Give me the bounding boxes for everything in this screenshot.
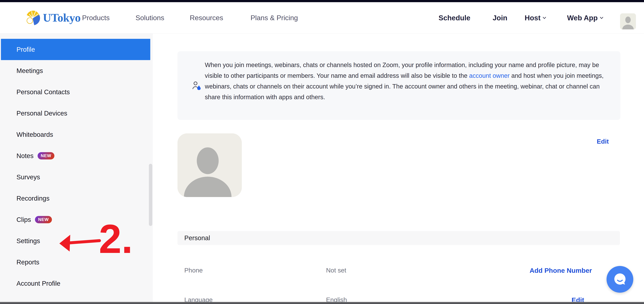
- sidebar-item-personal-contacts[interactable]: Personal Contacts: [0, 81, 152, 103]
- sidebar: Profile Meetings Personal Contacts Perso…: [0, 33, 152, 302]
- nav-resources[interactable]: Resources: [190, 14, 223, 22]
- sidebar-item-settings[interactable]: Settings: [0, 230, 152, 252]
- sidebar-item-label: Personal Contacts: [16, 88, 70, 96]
- nav-web-app[interactable]: Web App: [567, 14, 604, 22]
- sidebar-item-label: Settings: [16, 237, 40, 245]
- nav-host[interactable]: Host: [525, 14, 546, 22]
- sidebar-item-notes[interactable]: Notes NEW: [0, 145, 152, 166]
- sidebar-item-surveys[interactable]: Surveys: [0, 166, 152, 188]
- utokyo-logo-icon: [24, 9, 41, 26]
- nav-schedule[interactable]: Schedule: [438, 14, 470, 22]
- privacy-notice-text: When you join meetings, webinars, chats …: [205, 60, 604, 102]
- nav-host-label: Host: [525, 14, 540, 22]
- main-content: When you join meetings, webinars, chats …: [152, 33, 644, 302]
- sidebar-item-label: Recordings: [16, 195, 50, 202]
- privacy-notice: When you join meetings, webinars, chats …: [178, 51, 620, 120]
- chevron-down-icon: [542, 16, 546, 20]
- utokyo-logo-text: UTokyo: [43, 11, 80, 24]
- phone-value: Not set: [326, 267, 346, 274]
- sidebar-item-label: Notes: [16, 152, 34, 160]
- new-badge: NEW: [38, 152, 54, 159]
- profile-picture-placeholder[interactable]: [178, 133, 242, 197]
- sidebar-item-label: Clips: [16, 216, 31, 223]
- user-avatar[interactable]: [620, 13, 636, 29]
- utokyo-logo[interactable]: UTokyo: [24, 9, 80, 26]
- nav-products[interactable]: Products: [82, 14, 110, 22]
- nav-join[interactable]: Join: [493, 14, 508, 22]
- sidebar-item-label: Whiteboards: [16, 131, 53, 138]
- chat-widget-button[interactable]: [606, 266, 633, 293]
- nav-solutions[interactable]: Solutions: [136, 14, 164, 22]
- nav-plans-pricing[interactable]: Plans & Pricing: [250, 14, 298, 22]
- sidebar-item-label: Profile: [16, 46, 35, 53]
- chat-bubble-icon: [612, 272, 627, 287]
- sidebar-item-label: Account Profile: [16, 280, 60, 287]
- sidebar-item-reports[interactable]: Reports: [0, 252, 152, 273]
- header: UTokyo Products Solutions Resources Plan…: [0, 2, 644, 33]
- sidebar-item-meetings[interactable]: Meetings: [0, 60, 152, 81]
- sidebar-item-label: Surveys: [16, 173, 40, 181]
- new-badge: NEW: [35, 216, 52, 223]
- nav-schedule-label: Schedule: [438, 14, 470, 22]
- personal-section-title: Personal: [184, 234, 210, 242]
- sidebar-item-account-profile[interactable]: Account Profile: [0, 273, 152, 294]
- sidebar-item-label: Reports: [16, 259, 39, 266]
- top-frame-bar: [0, 0, 644, 2]
- sidebar-list: Profile Meetings Personal Contacts Perso…: [0, 39, 152, 294]
- nav-web-app-label: Web App: [567, 14, 598, 22]
- phone-row: Phone Not set Add Phone Number: [178, 267, 620, 276]
- sidebar-item-clips[interactable]: Clips NEW: [0, 209, 152, 230]
- chevron-down-icon: [600, 16, 604, 20]
- profile-edit-link[interactable]: Edit: [597, 138, 609, 145]
- zoom-profile-page: UTokyo Products Solutions Resources Plan…: [0, 0, 644, 304]
- sidebar-item-personal-devices[interactable]: Personal Devices: [0, 103, 152, 124]
- sidebar-item-whiteboards[interactable]: Whiteboards: [0, 124, 152, 145]
- add-phone-number-link[interactable]: Add Phone Number: [530, 267, 592, 274]
- phone-label: Phone: [184, 267, 203, 274]
- account-owner-link[interactable]: account owner: [469, 72, 510, 79]
- sidebar-item-profile[interactable]: Profile: [1, 39, 150, 60]
- sidebar-item-recordings[interactable]: Recordings: [0, 188, 152, 209]
- sidebar-item-label: Meetings: [16, 67, 43, 74]
- sidebar-item-label: Personal Devices: [16, 110, 67, 117]
- bottom-frame-bar: [0, 302, 644, 304]
- sidebar-scrollbar-thumb[interactable]: [149, 164, 152, 226]
- nav-join-label: Join: [493, 14, 508, 22]
- privacy-person-icon: [192, 81, 201, 90]
- personal-section-bar: Personal: [178, 231, 620, 245]
